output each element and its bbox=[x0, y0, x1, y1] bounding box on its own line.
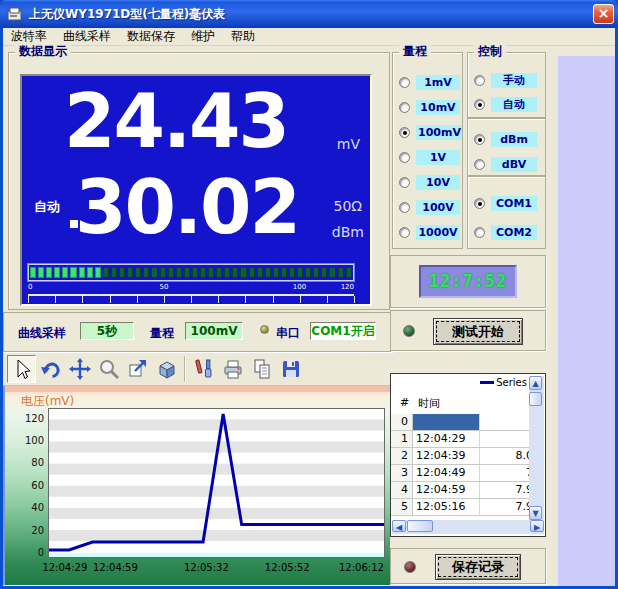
table-row[interactable]: 512:05:167.9 bbox=[391, 499, 529, 516]
cell-index: 1 bbox=[391, 431, 413, 447]
cell-time[interactable] bbox=[413, 414, 480, 430]
radio-icon[interactable] bbox=[474, 75, 485, 86]
radio-option-1V[interactable]: 1V bbox=[393, 145, 462, 170]
radio-option-100mV[interactable]: 100mV bbox=[393, 120, 462, 145]
window-title: 上无仪WY1971D型(七量程)毫伏表 bbox=[29, 6, 225, 23]
pan-tool-button[interactable] bbox=[65, 355, 94, 383]
zoom-tool-button[interactable] bbox=[94, 355, 123, 383]
table-row[interactable]: 112:04:29 bbox=[391, 431, 529, 448]
radio-icon[interactable] bbox=[474, 198, 485, 209]
cell-index: 3 bbox=[391, 465, 413, 481]
radio-icon[interactable] bbox=[399, 152, 410, 163]
radio-icon[interactable] bbox=[474, 99, 485, 110]
level-bar-segment bbox=[297, 267, 303, 278]
voltage-series-line bbox=[49, 414, 384, 550]
radio-option-10V[interactable]: 10V bbox=[393, 170, 462, 195]
radio-option-COM2[interactable]: COM2 bbox=[468, 218, 545, 247]
level-bar-scale-label: 0 bbox=[28, 283, 32, 291]
menu-item[interactable]: 帮助 bbox=[223, 28, 263, 45]
radio-option-1000V[interactable]: 1000V bbox=[393, 220, 462, 245]
level-bar-ruler bbox=[28, 294, 354, 303]
radio-icon[interactable] bbox=[474, 159, 485, 170]
radio-icon[interactable] bbox=[474, 134, 485, 145]
ruler-tick bbox=[82, 296, 83, 303]
level-bar-segment bbox=[38, 267, 44, 278]
table-row[interactable]: 412:04:597.9 bbox=[391, 482, 529, 499]
table-row[interactable]: 0 bbox=[391, 414, 529, 431]
radio-icon[interactable] bbox=[399, 102, 410, 113]
copy-tool-button[interactable] bbox=[247, 355, 276, 383]
app-window: 上无仪WY1971D型(七量程)毫伏表 × 波特率曲线采样数据保存维护帮助 数据… bbox=[0, 0, 618, 589]
chart-panel: 电压(mV) 020406080100120 12:04:2912:04:591… bbox=[3, 386, 390, 585]
table-hscrollbar[interactable]: ◀ ▶ bbox=[392, 520, 544, 534]
cell-time[interactable]: 12:05:16 bbox=[413, 499, 480, 515]
cell-time[interactable]: 12:04:39 bbox=[413, 448, 480, 464]
cursor-tool-button[interactable] bbox=[7, 355, 36, 383]
scroll-up-button[interactable]: ▲ bbox=[529, 376, 542, 390]
range-value-field: 100mV bbox=[185, 322, 243, 340]
tools-tool-button[interactable] bbox=[189, 355, 218, 383]
cell-index: 5 bbox=[391, 499, 413, 515]
print-tool-button[interactable] bbox=[218, 355, 247, 383]
cell-time[interactable]: 12:04:29 bbox=[413, 431, 480, 447]
cell-time[interactable]: 12:04:49 bbox=[413, 465, 480, 481]
save-tool-button[interactable] bbox=[276, 355, 305, 383]
radio-label: 10mV bbox=[416, 100, 460, 115]
radio-option-1mV[interactable]: 1mV bbox=[393, 70, 462, 95]
scroll-down-button[interactable]: ▼ bbox=[529, 506, 542, 520]
radio-option-100V[interactable]: 100V bbox=[393, 195, 462, 220]
cell-time[interactable]: 12:04:59 bbox=[413, 482, 480, 498]
cell-index: 4 bbox=[391, 482, 413, 498]
save-record-button[interactable]: 保存记录 bbox=[435, 554, 521, 580]
radio-label: COM1 bbox=[491, 196, 537, 211]
y-tick-label: 80 bbox=[18, 457, 44, 468]
level-bar-segment bbox=[119, 267, 125, 278]
serial-label: 串口 bbox=[276, 325, 300, 342]
radio-option-dBV[interactable]: dBV bbox=[468, 152, 545, 177]
restore-tool-button[interactable] bbox=[123, 355, 152, 383]
radio-option-手动[interactable]: 手动 bbox=[468, 68, 545, 92]
radio-label: dBm bbox=[491, 132, 537, 147]
close-button[interactable]: × bbox=[593, 4, 614, 24]
radio-icon[interactable] bbox=[399, 227, 410, 238]
scroll-right-button[interactable]: ▶ bbox=[530, 520, 544, 532]
scroll-left-button[interactable]: ◀ bbox=[392, 520, 406, 532]
menu-item[interactable]: 波特率 bbox=[3, 28, 55, 45]
x-tick-label: 12:04:29 bbox=[42, 562, 87, 573]
radio-label: 10V bbox=[416, 175, 460, 190]
control-group-label: 控制 bbox=[474, 44, 506, 59]
hscroll-thumb[interactable] bbox=[407, 520, 433, 532]
radio-label: 自动 bbox=[491, 97, 537, 112]
radio-icon[interactable] bbox=[399, 127, 410, 138]
menu-item[interactable]: 维护 bbox=[183, 28, 223, 45]
x-tick-label: 12:05:32 bbox=[184, 562, 229, 573]
level-bar-segment bbox=[135, 267, 141, 278]
radio-option-自动[interactable]: 自动 bbox=[468, 92, 545, 116]
table-vscrollbar[interactable]: ▲ ▼ bbox=[529, 376, 544, 520]
table-rows: 0112:04:29212:04:398.0312:04:497412:04:5… bbox=[391, 414, 529, 516]
level-bar-segment bbox=[30, 267, 36, 278]
test-start-button[interactable]: 测试开始 bbox=[433, 318, 523, 345]
radio-icon[interactable] bbox=[399, 77, 410, 88]
menu-item[interactable]: 数据保存 bbox=[119, 28, 183, 45]
radio-option-COM1[interactable]: COM1 bbox=[468, 189, 545, 218]
vscroll-thumb[interactable] bbox=[529, 392, 542, 406]
radio-icon[interactable] bbox=[399, 202, 410, 213]
ruler-tick bbox=[191, 296, 192, 303]
undo-tool-button[interactable] bbox=[36, 355, 65, 383]
menu-item[interactable]: 曲线采样 bbox=[55, 28, 119, 45]
radio-option-dBm[interactable]: dBm bbox=[468, 127, 545, 152]
series-legend: Series bbox=[480, 377, 527, 388]
radio-label: 100mV bbox=[416, 125, 462, 140]
radio-icon[interactable] bbox=[474, 227, 485, 238]
save-panel: 保存记录 bbox=[390, 548, 546, 584]
radio-icon[interactable] bbox=[399, 177, 410, 188]
level-bar bbox=[28, 264, 354, 281]
ruler-tick bbox=[300, 296, 301, 303]
cube-3d-tool-button[interactable] bbox=[152, 355, 181, 383]
cell-value: 7.9 bbox=[480, 482, 529, 498]
table-row[interactable]: 312:04:497 bbox=[391, 465, 529, 482]
level-bar-segment bbox=[79, 267, 85, 278]
radio-option-10mV[interactable]: 10mV bbox=[393, 95, 462, 120]
table-row[interactable]: 212:04:398.0 bbox=[391, 448, 529, 465]
